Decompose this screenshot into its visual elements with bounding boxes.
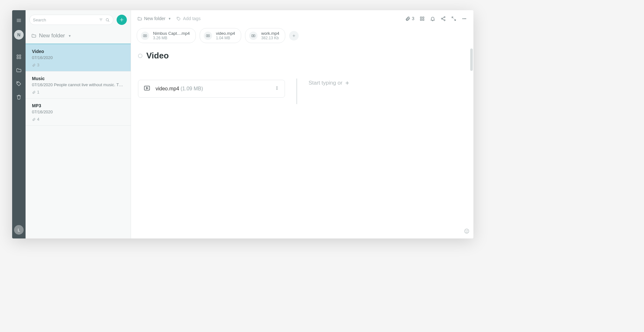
menu-icon[interactable] xyxy=(13,15,25,26)
add-note-button[interactable] xyxy=(117,15,127,25)
search-input[interactable] xyxy=(33,18,97,22)
folder-label: New folder xyxy=(39,33,65,39)
svg-point-7 xyxy=(18,82,18,83)
attachment-chip[interactable]: video.mp41.04 MB xyxy=(200,28,241,43)
grid-icon[interactable] xyxy=(419,16,425,21)
svg-marker-31 xyxy=(145,35,146,36)
topbar: New folder ▼ Add tags 3 xyxy=(131,10,473,27)
title-bullet xyxy=(138,54,142,58)
emoji-icon[interactable] xyxy=(464,228,470,235)
attachment-chip[interactable]: Nimbus Capt....mp43.26 MB xyxy=(137,28,196,43)
chevron-down-icon: ▼ xyxy=(168,17,171,20)
sidebar-top xyxy=(26,10,131,29)
note-title: MP3 xyxy=(32,103,124,108)
breadcrumb[interactable]: New folder ▼ xyxy=(137,16,171,21)
nav-rail: N L xyxy=(12,10,26,238)
file-block[interactable]: video.mp4 (1.09 MB) xyxy=(138,80,285,98)
search-input-wrap[interactable] xyxy=(29,15,113,25)
top-attach-count: 3 xyxy=(412,16,414,21)
editor-area[interactable]: Video video.mp4 (1.09 MB) Start typing o… xyxy=(131,48,473,238)
more-icon[interactable] xyxy=(462,16,467,21)
apps-icon[interactable] xyxy=(13,51,25,63)
note-date: 07/16/2020 xyxy=(32,55,124,60)
svg-point-29 xyxy=(465,18,466,19)
filter-icon[interactable] xyxy=(99,18,103,22)
svg-point-40 xyxy=(277,87,277,87)
svg-rect-16 xyxy=(420,17,422,18)
svg-rect-3 xyxy=(17,55,19,57)
editor-column-left: video.mp4 (1.09 MB) xyxy=(138,80,285,98)
add-tags[interactable]: Add tags xyxy=(176,16,201,21)
video-icon xyxy=(204,32,212,40)
note-item-music[interactable]: Music 07/16/2020 People cannot live with… xyxy=(26,72,131,99)
svg-line-23 xyxy=(442,17,444,18)
svg-line-12 xyxy=(108,20,109,21)
search-icon[interactable] xyxy=(105,18,110,22)
more-vertical-icon[interactable] xyxy=(274,86,280,92)
folder-icon[interactable] xyxy=(13,64,25,76)
attachment-chip[interactable]: work.mp4382.13 Kb xyxy=(245,28,285,43)
svg-line-24 xyxy=(442,19,444,20)
note-item-video[interactable]: Video 07/16/2020 3 xyxy=(26,44,131,72)
svg-point-42 xyxy=(277,89,277,90)
note-item-mp3[interactable]: MP3 07/16/2020 4 xyxy=(26,99,131,126)
breadcrumb-label: New folder xyxy=(144,16,165,21)
svg-point-45 xyxy=(464,229,469,233)
attachments-button[interactable]: 3 xyxy=(405,16,414,21)
svg-marker-35 xyxy=(253,35,254,36)
add-attachment-button[interactable] xyxy=(289,31,299,41)
svg-rect-19 xyxy=(423,19,424,20)
svg-rect-17 xyxy=(423,17,424,18)
share-icon[interactable] xyxy=(441,16,446,21)
chip-name: video.mp4 xyxy=(216,31,235,36)
workspace-avatar[interactable]: N xyxy=(14,30,24,40)
note-title: Music xyxy=(32,76,124,81)
svg-rect-32 xyxy=(206,34,210,37)
scrollbar[interactable] xyxy=(470,49,473,71)
folder-selector[interactable]: New folder ▼ xyxy=(26,29,131,44)
note-attachments: 4 xyxy=(32,117,124,122)
chip-name: work.mp4 xyxy=(261,31,279,36)
app-window: N L New folder ▼ xyxy=(12,10,473,238)
svg-rect-30 xyxy=(143,34,147,37)
note-date: 07/16/2020 xyxy=(32,109,124,114)
chip-size: 382.13 Kb xyxy=(261,36,279,40)
video-icon xyxy=(141,32,149,40)
column-divider[interactable] xyxy=(296,79,297,104)
tags-label: Add tags xyxy=(183,16,201,21)
chevron-down-icon: ▼ xyxy=(68,34,71,38)
attach-count: 3 xyxy=(37,63,39,67)
svg-marker-33 xyxy=(208,35,209,36)
attach-count: 4 xyxy=(37,117,39,122)
title-row: Video xyxy=(138,51,473,61)
video-icon xyxy=(143,85,150,93)
tag-icon[interactable] xyxy=(13,78,25,89)
expand-icon[interactable] xyxy=(451,16,456,21)
svg-rect-5 xyxy=(17,57,19,59)
svg-rect-38 xyxy=(144,86,150,90)
editor-columns: video.mp4 (1.09 MB) Start typing or xyxy=(138,80,473,104)
svg-marker-39 xyxy=(146,87,148,89)
bell-icon[interactable] xyxy=(430,16,435,21)
attach-count: 1 xyxy=(37,90,39,94)
topbar-actions: 3 xyxy=(405,16,467,21)
chip-size: 1.04 MB xyxy=(216,36,235,40)
svg-point-28 xyxy=(464,18,465,19)
note-attachments: 3 xyxy=(32,63,124,67)
trash-icon[interactable] xyxy=(13,91,25,103)
page-title[interactable]: Video xyxy=(146,51,169,61)
svg-point-15 xyxy=(178,17,178,18)
svg-point-27 xyxy=(463,18,463,19)
svg-point-46 xyxy=(466,230,466,231)
note-attachments: 1 xyxy=(32,90,124,94)
attachment-row: Nimbus Capt....mp43.26 MB video.mp41.04 … xyxy=(131,27,473,48)
note-preview: 07/16/2020 People cannot live without mu… xyxy=(32,82,124,87)
editor-column-right[interactable]: Start typing or xyxy=(309,80,456,86)
svg-rect-6 xyxy=(19,57,21,59)
user-avatar[interactable]: L xyxy=(14,225,24,235)
svg-rect-34 xyxy=(252,34,255,37)
svg-point-41 xyxy=(277,88,277,88)
notes-sidebar: New folder ▼ Video 07/16/2020 3 Music 07… xyxy=(26,10,131,238)
svg-point-47 xyxy=(467,230,468,231)
chip-size: 3.26 MB xyxy=(153,36,190,40)
